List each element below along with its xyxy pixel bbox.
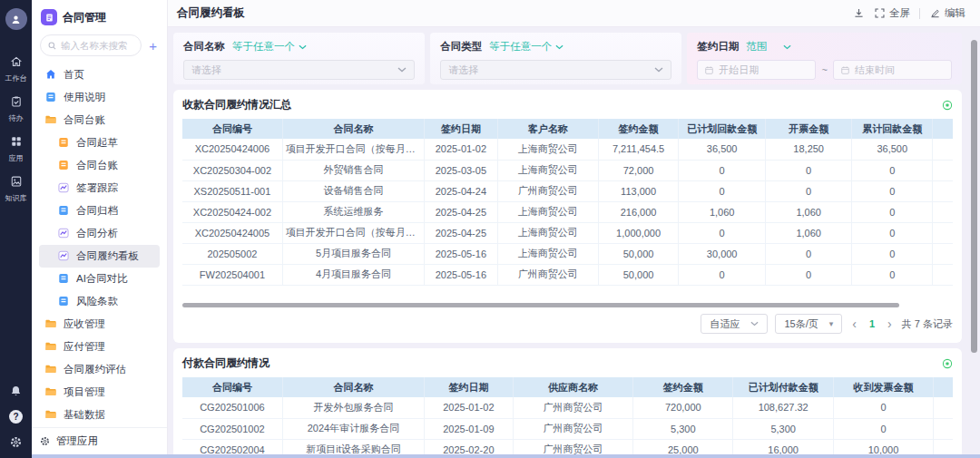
horizontal-scrollbar-thumb[interactable]: [182, 303, 899, 307]
sidebar-item[interactable]: 合同履约看板: [39, 245, 160, 268]
contract-name-select[interactable]: 请选择: [183, 60, 415, 80]
filter-operator-dropdown[interactable]: 范围: [746, 40, 791, 54]
table-column-header[interactable]: 签约金额: [633, 377, 733, 397]
table-column-header[interactable]: [933, 119, 953, 139]
sidebar-item[interactable]: AI合同对比: [39, 268, 160, 290]
add-button[interactable]: +: [147, 39, 159, 53]
table-column-header[interactable]: 合同编号: [182, 119, 282, 139]
home-icon: [44, 68, 57, 83]
sidebar-item[interactable]: 合同台账: [39, 154, 160, 177]
end-date-input[interactable]: 结束时间: [833, 60, 952, 80]
table-row[interactable]: 2025050025月项目服务合同2025-05-16上海商贸公司50,0003…: [182, 243, 953, 264]
vertical-scrollbar[interactable]: [971, 40, 977, 353]
table-cell: CG202501002: [182, 418, 282, 439]
table-cell: 36,500: [852, 139, 933, 160]
sidebar-item[interactable]: 合同归档: [39, 200, 160, 222]
table-row[interactable]: FW2025040014月项目服务合同2025-05-16广州商贸公司50,00…: [182, 264, 953, 285]
help-icon[interactable]: ?: [9, 410, 23, 424]
search-row: +: [39, 34, 160, 63]
table-column-header[interactable]: 已计划付款金额: [733, 377, 833, 397]
rail-item-todo[interactable]: 待办: [9, 95, 24, 123]
contract-type-select[interactable]: 请选择: [440, 60, 671, 80]
current-page[interactable]: 1: [867, 318, 877, 329]
chart-icon: [57, 181, 70, 196]
sidebar-item[interactable]: 使用说明: [39, 86, 160, 109]
sidebar-item[interactable]: 首页: [39, 63, 160, 86]
start-date-input[interactable]: 开始日期: [697, 60, 816, 80]
sidebar-item[interactable]: 项目管理: [39, 381, 160, 404]
card-info-icon[interactable]: [942, 100, 953, 111]
rail-item-apps[interactable]: 应用: [9, 135, 24, 163]
settings-gear-icon[interactable]: [9, 435, 23, 449]
card-info-icon[interactable]: [942, 358, 953, 369]
rail-item-knowledge[interactable]: 知识库: [5, 175, 27, 203]
sidebar-item[interactable]: 风险条款: [39, 290, 160, 313]
table-row[interactable]: XC20250424006项目开发开口合同（按每月结算付款）2025-01-02…: [182, 139, 953, 160]
gear-icon: [39, 435, 51, 447]
filter-operator-dropdown[interactable]: 等于任意一个: [232, 40, 307, 54]
table-cell: 0: [852, 201, 933, 222]
table-column-header[interactable]: 合同名称: [282, 119, 424, 139]
table-column-header[interactable]: [934, 377, 953, 397]
date-range-separator: ~: [821, 64, 827, 75]
table-column-header[interactable]: 已计划回款金额: [679, 119, 766, 139]
table-row[interactable]: CG202501006开发外包服务合同2025-01-02广州商贸公司720,0…: [182, 397, 953, 418]
sidebar-item[interactable]: 签署跟踪: [39, 177, 160, 200]
table-column-header[interactable]: 签约金额: [598, 119, 678, 139]
rail-item-workbench[interactable]: 工作台: [5, 55, 27, 83]
payable-table: 合同编号合同名称签约日期供应商名称签约金额已计划付款金额收到发票金额CG2025…: [182, 377, 953, 458]
table-column-header[interactable]: 合同编号: [182, 377, 282, 397]
filter-row: 合同名称 等于任意一个 请选择 合同类型: [173, 33, 962, 84]
table-column-header[interactable]: 累计回款金额: [852, 119, 933, 139]
table-cell: 50,000: [598, 243, 678, 264]
table-column-header[interactable]: 客户名称: [497, 119, 598, 139]
table-cell: 0: [852, 264, 933, 285]
table-column-header[interactable]: 合同名称: [282, 377, 424, 397]
card-title: 收款合同履约情况汇总: [182, 97, 291, 112]
page-size-select[interactable]: 15条/页 ▾: [775, 314, 842, 334]
table-column-header[interactable]: 签约日期: [425, 377, 514, 397]
app-rail: 工作台待办应用知识库 ?: [0, 0, 32, 458]
table-cell: 0: [852, 222, 933, 243]
table-row[interactable]: CG2025010022024年审计服务合同2025-01-09广州商贸公司5,…: [182, 418, 953, 439]
table-row[interactable]: XS20250511-001设备销售合同2025-04-24广州商贸公司113,…: [182, 180, 953, 201]
fit-mode-select[interactable]: 自适应: [701, 314, 768, 334]
search-field[interactable]: [61, 40, 134, 51]
sidebar-item[interactable]: 合同履约评估: [39, 358, 160, 381]
download-button[interactable]: [853, 7, 865, 19]
table-row[interactable]: XC20250304-002外贸销售合同2025-03-05上海商贸公司72,0…: [182, 160, 953, 180]
edit-button[interactable]: 编辑: [929, 6, 965, 20]
sidebar-item[interactable]: 应付管理: [39, 336, 160, 358]
table-row[interactable]: XC20250424-002系统运维服务2025-04-25上海商贸公司216,…: [182, 201, 953, 222]
sidebar-item[interactable]: 应收管理: [39, 313, 160, 336]
sidebar-item[interactable]: 合同台账: [39, 109, 160, 132]
search-input[interactable]: [40, 34, 142, 56]
sidebar-item[interactable]: 基础数据: [39, 404, 160, 426]
sidebar-item-manage-app[interactable]: 管理应用: [32, 427, 167, 458]
sidebar-item[interactable]: 合同起草: [39, 132, 160, 154]
table-cell: 1,000,000: [598, 222, 678, 243]
doc-blue-icon: [57, 272, 70, 287]
table-row[interactable]: XC20250424005项目开发开口合同（按每月结算付款）2025-04-25…: [182, 222, 953, 243]
table-column-header[interactable]: 收到发票金额: [833, 377, 933, 397]
folder-icon: [44, 408, 57, 423]
next-page-button[interactable]: ›: [885, 317, 895, 330]
avatar[interactable]: [5, 8, 27, 30]
table-cell: XC20250424006: [182, 139, 282, 160]
filter-operator-dropdown[interactable]: 等于任意一个: [489, 40, 564, 54]
table-cell: 设备销售合同: [282, 180, 424, 201]
sidebar-item[interactable]: 合同分析: [39, 222, 160, 245]
horizontal-scrollbar[interactable]: [182, 303, 953, 307]
table-cell: [934, 418, 953, 439]
table-cell: 113,000: [598, 180, 678, 201]
prev-page-button[interactable]: ‹: [849, 317, 859, 330]
table-column-header[interactable]: 供应商名称: [513, 377, 632, 397]
table-column-header[interactable]: 签约日期: [425, 119, 498, 139]
doc-blue-icon: [57, 204, 70, 219]
fullscreen-button[interactable]: 全屏: [874, 6, 910, 20]
table-cell: 7,211,454.5: [598, 139, 678, 160]
table-cell: 上海商贸公司: [497, 160, 598, 180]
table-column-header[interactable]: 开票金额: [766, 119, 852, 139]
notifications-bell-icon[interactable]: [9, 385, 23, 398]
chart-icon: [57, 249, 70, 264]
